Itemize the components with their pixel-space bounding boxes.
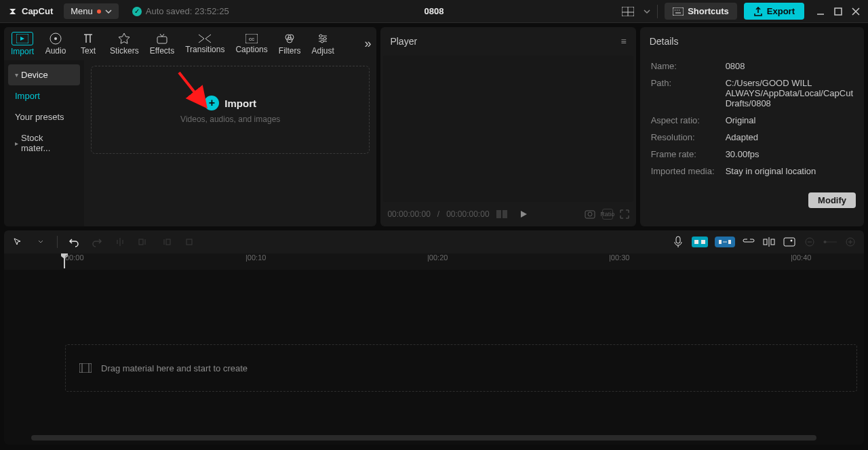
- svg-rect-24: [502, 210, 507, 218]
- main-track-magnet-button[interactable]: [692, 237, 708, 247]
- snapshot-icon[interactable]: [585, 209, 595, 220]
- delete-tool[interactable]: [182, 235, 196, 249]
- svg-rect-42: [764, 239, 767, 245]
- film-icon: [79, 363, 92, 373]
- svg-rect-53: [79, 363, 92, 373]
- svg-point-12: [54, 37, 57, 40]
- tab-effects[interactable]: Effects: [144, 30, 180, 58]
- menu-button[interactable]: Menu: [64, 3, 119, 19]
- shortcuts-button[interactable]: Shortcuts: [665, 3, 737, 20]
- text-icon: [82, 33, 94, 45]
- tab-audio[interactable]: Audio: [39, 30, 72, 58]
- compare-icon[interactable]: [496, 210, 507, 218]
- ruler-mark-30: |00:30: [609, 253, 629, 270]
- detail-res-val: Adapted: [726, 132, 853, 142]
- svg-text:cc: cc: [249, 36, 254, 42]
- player-controls: 00:00:00:00 / 00:00:00:00 Ratio: [380, 202, 635, 226]
- chevron-down-icon[interactable]: [644, 8, 650, 15]
- sidebar-item-import[interactable]: Import: [8, 85, 80, 106]
- ruler-mark-40: |00:40: [791, 253, 811, 270]
- sidebar-item-presets[interactable]: Your presets: [8, 106, 80, 127]
- notification-dot-icon: [97, 9, 101, 14]
- player-title: Player: [390, 36, 417, 47]
- delete-right-tool[interactable]: [159, 235, 173, 249]
- sidebar-item-device[interactable]: ▾Device: [8, 64, 80, 85]
- timeline-tracks[interactable]: Drag material here and start to create: [4, 270, 864, 445]
- media-sidebar: ▾Device Import Your presets ▸Stock mater…: [4, 60, 84, 226]
- tab-captions[interactable]: cc Captions: [230, 31, 273, 57]
- autosave-text: Auto saved: 23:52:25: [146, 6, 229, 16]
- divider: [657, 5, 658, 18]
- app-logo: CapCut: [8, 6, 53, 17]
- split-tool[interactable]: [113, 235, 127, 249]
- detail-aspect-key: Aspect ratio:: [651, 115, 726, 125]
- tab-adjust[interactable]: Adjust: [306, 30, 339, 58]
- time-total: 00:00:00:00: [446, 209, 489, 219]
- auto-snap-button[interactable]: [715, 237, 735, 247]
- svg-rect-23: [496, 210, 501, 218]
- capcut-icon: [8, 6, 19, 17]
- timeline-dropzone[interactable]: Drag material here and start to create: [65, 344, 857, 392]
- svg-point-19: [319, 35, 322, 37]
- tab-transitions[interactable]: Transitions: [180, 31, 230, 57]
- ratio-button[interactable]: Ratio: [602, 209, 613, 220]
- caret-down-icon: ▾: [15, 71, 18, 79]
- undo-button[interactable]: [67, 235, 81, 249]
- tab-import[interactable]: Import: [5, 29, 39, 59]
- fullscreen-icon[interactable]: [620, 209, 629, 219]
- svg-rect-38: [719, 240, 722, 244]
- svg-rect-36: [694, 240, 698, 244]
- player-viewport[interactable]: [383, 56, 633, 202]
- tab-text[interactable]: Text: [72, 30, 104, 58]
- preview-axis-button[interactable]: [762, 235, 776, 249]
- details-title: Details: [650, 36, 679, 47]
- sidebar-item-stock[interactable]: ▸Stock mater...: [8, 127, 80, 159]
- timeline-toolbar: [4, 230, 864, 253]
- link-button[interactable]: [742, 235, 755, 249]
- player-panel: Player ≡ 00:00:00:00 / 00:00:00:00 Ratio: [380, 27, 635, 226]
- svg-point-20: [323, 37, 326, 40]
- tab-stickers[interactable]: Stickers: [104, 30, 144, 58]
- svg-rect-9: [835, 8, 842, 15]
- details-panel: Details Name:0808 Path:C:/Users/GOOD WIL…: [640, 27, 864, 226]
- minimize-button[interactable]: [816, 7, 825, 16]
- effects-icon: [156, 33, 168, 45]
- zoom-out-button[interactable]: [803, 235, 816, 249]
- detail-name-val: 0808: [726, 61, 853, 71]
- zoom-slider[interactable]: [823, 235, 837, 249]
- detail-name-key: Name:: [651, 61, 726, 71]
- menu-label: Menu: [71, 6, 93, 16]
- detail-fps-val: 30.00fps: [726, 149, 853, 159]
- caret-right-icon: ▸: [15, 140, 18, 147]
- redo-button[interactable]: [90, 235, 104, 249]
- timeline-scrollbar[interactable]: [31, 435, 816, 441]
- panel-menu-button[interactable]: ≡: [620, 36, 626, 47]
- zoom-in-button[interactable]: [844, 235, 857, 249]
- maximize-button[interactable]: [834, 7, 842, 16]
- audio-icon: [50, 33, 62, 45]
- svg-rect-3: [673, 7, 684, 16]
- timeline-ruler[interactable]: 00:00 |00:10 |00:20 |00:30 |00:40: [4, 253, 864, 270]
- record-audio-button[interactable]: [671, 235, 685, 249]
- svg-rect-39: [728, 240, 731, 244]
- export-icon: [753, 7, 763, 16]
- delete-left-tool[interactable]: [136, 235, 150, 249]
- import-dropzone[interactable]: + Import Videos, audios, and images: [91, 66, 370, 154]
- detail-path-key: Path:: [651, 78, 726, 108]
- adjust-icon: [317, 33, 329, 45]
- ruler-mark-0: 00:00: [65, 253, 84, 270]
- tab-filters[interactable]: Filters: [273, 30, 307, 58]
- svg-rect-37: [701, 240, 705, 244]
- layout-button[interactable]: [619, 4, 637, 19]
- cover-button[interactable]: [783, 235, 796, 249]
- svg-rect-30: [139, 239, 143, 245]
- play-button[interactable]: [519, 210, 528, 218]
- pointer-tool[interactable]: [11, 235, 24, 249]
- export-button[interactable]: Export: [744, 3, 804, 20]
- plus-icon: +: [204, 96, 219, 110]
- tabs-more-button[interactable]: »: [364, 37, 371, 51]
- close-button[interactable]: [852, 7, 860, 16]
- svg-rect-43: [771, 239, 774, 245]
- modify-button[interactable]: Modify: [808, 192, 856, 208]
- pointer-dropdown[interactable]: [34, 235, 47, 249]
